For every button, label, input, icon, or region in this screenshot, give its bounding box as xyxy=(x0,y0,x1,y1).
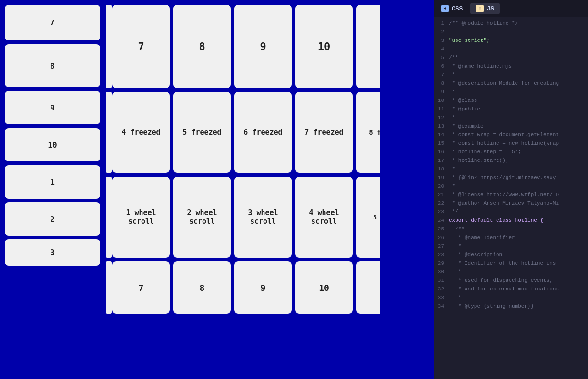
code-line: 1/** @module hotline */ xyxy=(434,19,588,28)
line-number: 2 xyxy=(436,28,449,36)
divider-strip xyxy=(105,0,112,379)
scroll-col-5: 8 fre... 5 w... 1 xyxy=(356,5,380,374)
fixed-card-1: 1 xyxy=(5,165,100,199)
carousel-panel[interactable]: 7 8 9 10 1 2 3 7 4 freezed 1 wheel scrol… xyxy=(0,0,434,379)
line-content: * @class xyxy=(449,96,586,105)
code-line: 25 /** xyxy=(434,225,588,233)
code-line: 19 * {@link https://git.mirzaev.sexy xyxy=(434,173,588,182)
js-icon: ! xyxy=(476,5,484,12)
line-content: * @author Arsen Mirzaev Tatyano-Mi xyxy=(449,199,586,208)
code-line: 29 * Identifier of the hotline ins xyxy=(434,259,588,268)
code-line: 21 * @license http://www.wtfpl.net/ D xyxy=(434,190,588,199)
line-content: * xyxy=(449,113,586,122)
line-number: 27 xyxy=(436,242,449,250)
fixed-column: 7 8 9 10 1 2 3 xyxy=(0,0,105,379)
code-line: 11 * @public xyxy=(434,105,588,113)
code-line: 8 * @description Module for creating xyxy=(434,79,588,88)
tab-css-label: CSS xyxy=(452,5,463,12)
line-content: * xyxy=(449,268,586,276)
code-line: 33 * xyxy=(434,293,588,302)
line-number: 1 xyxy=(436,19,449,28)
code-line: 18 * xyxy=(434,165,588,173)
code-line: 32 * and for external modifications xyxy=(434,285,588,293)
code-line: 17 * hotline.start(); xyxy=(434,156,588,165)
scroll-col-1: 7 4 freezed 1 wheel scroll 7 xyxy=(112,5,170,374)
code-line: 30 * xyxy=(434,268,588,276)
line-content: * @description Module for creating xyxy=(449,79,586,88)
code-line: 23 */ xyxy=(434,208,588,216)
line-number: 4 xyxy=(436,45,449,53)
code-line: 26 * @name Identifier xyxy=(434,233,588,242)
line-number: 13 xyxy=(436,122,449,130)
line-content: * xyxy=(449,165,586,173)
line-number: 33 xyxy=(436,293,449,302)
line-number: 24 xyxy=(436,216,449,225)
line-content: * @type {string|number}} xyxy=(449,302,586,310)
card-7-r1b: 7 xyxy=(112,261,170,314)
code-line: 27 * xyxy=(434,242,588,250)
line-number: 17 xyxy=(436,156,449,165)
card-1-r5b: 1 xyxy=(356,261,380,314)
line-content: */ xyxy=(449,208,586,216)
tab-js-label: JS xyxy=(487,5,494,12)
line-content: * Used for dispatching events, xyxy=(449,276,586,285)
line-number: 31 xyxy=(436,276,449,285)
fixed-card-9: 9 xyxy=(5,91,100,124)
line-content: * @example xyxy=(449,122,586,130)
code-line: 4 xyxy=(434,45,588,53)
line-content: * xyxy=(449,70,586,79)
line-content: * const wrap = document.getElement xyxy=(449,130,586,139)
code-line: 9 * xyxy=(434,88,588,96)
line-content: * and for external modifications xyxy=(449,285,586,293)
line-content: * @license http://www.wtfpl.net/ D xyxy=(449,190,586,199)
line-number: 8 xyxy=(436,79,449,88)
card-1scroll-r1: 1 wheel scroll xyxy=(112,177,170,258)
line-number: 21 xyxy=(436,190,449,199)
fixed-card-10: 10 xyxy=(5,128,100,161)
line-number: 16 xyxy=(436,148,449,156)
line-number: 26 xyxy=(436,233,449,242)
line-content: * {@link https://git.mirzaev.sexy xyxy=(449,173,586,182)
line-content: * xyxy=(449,242,586,250)
card-10-r4: 10 xyxy=(295,5,353,88)
line-number: 34 xyxy=(436,302,449,310)
code-content[interactable]: 1/** @module hotline */23"use strict";45… xyxy=(434,17,588,379)
code-line: 2 xyxy=(434,28,588,36)
line-number: 11 xyxy=(436,105,449,113)
card-8-r2b: 8 xyxy=(173,261,231,314)
fixed-card-8: 8 xyxy=(5,44,100,87)
card-6freezed-r3: 6 freezed xyxy=(234,92,292,173)
card-9-r3: 9 xyxy=(234,5,292,88)
card-4scroll-r4: 4 wheel scroll xyxy=(295,177,353,258)
line-content: * Identifier of the hotline ins xyxy=(449,259,586,268)
editor-tabs[interactable]: + CSS ! JS xyxy=(434,0,588,17)
code-line: 22 * @author Arsen Mirzaev Tatyano-Mi xyxy=(434,199,588,208)
card-8-r2: 8 xyxy=(173,5,231,88)
line-content xyxy=(449,45,586,53)
fixed-card-7: 7 xyxy=(5,5,100,40)
card-4freezed-r1: 4 freezed xyxy=(112,92,170,173)
code-editor-panel: + CSS ! JS 1/** @module hotline */23"use… xyxy=(434,0,588,379)
line-number: 22 xyxy=(436,199,449,208)
card-2scroll-r2: 2 wheel scroll xyxy=(173,177,231,258)
line-number: 3 xyxy=(436,36,449,45)
line-content: /** xyxy=(449,225,586,233)
code-line: 24export default class hotline { xyxy=(434,216,588,225)
scroll-col-3: 9 6 freezed 3 wheel scroll 9 xyxy=(234,5,292,374)
line-number: 5 xyxy=(436,53,449,62)
scrolling-area[interactable]: 7 4 freezed 1 wheel scroll 7 8 5 freezed… xyxy=(112,0,434,379)
card-8fre-r5: 8 fre... xyxy=(356,92,380,173)
code-line: 7 * xyxy=(434,70,588,79)
divider-seg-4 xyxy=(106,261,112,314)
line-number: 18 xyxy=(436,165,449,173)
card-10-r4b: 10 xyxy=(295,261,353,314)
line-number: 10 xyxy=(436,96,449,105)
divider-seg-1 xyxy=(106,5,112,88)
fixed-card-2: 2 xyxy=(5,202,100,236)
card-10b-r5 xyxy=(356,5,380,88)
tab-js[interactable]: ! JS xyxy=(470,3,500,14)
code-line: 31 * Used for dispatching events, xyxy=(434,276,588,285)
code-line: 3"use strict"; xyxy=(434,36,588,45)
code-line: 6 * @name hotline.mjs xyxy=(434,62,588,70)
tab-css[interactable]: + CSS xyxy=(436,3,468,14)
